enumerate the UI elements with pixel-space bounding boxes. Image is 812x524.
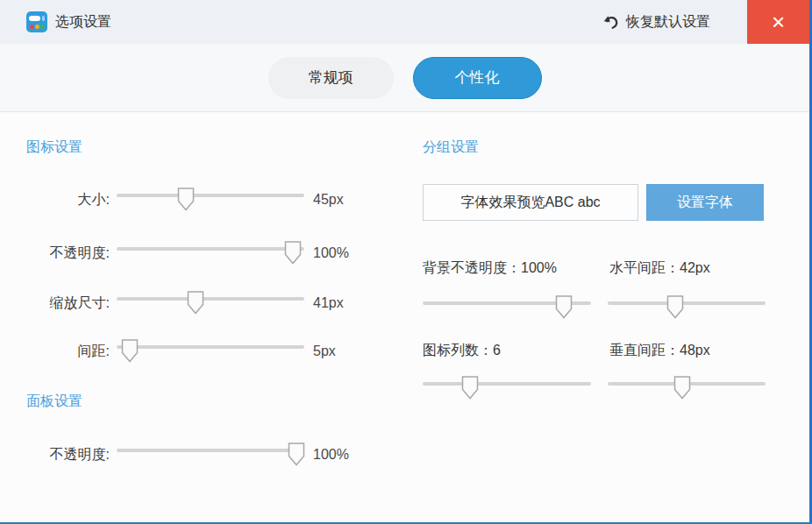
font-preview-label: 字体效果预览ABC abc [460, 194, 600, 212]
slider-thumb[interactable] [187, 291, 204, 315]
icon-scale-label: 缩放尺寸: [18, 294, 110, 313]
icon-opacity-value: 100% [313, 245, 349, 261]
icon-scale-row: 缩放尺寸: 41px [18, 290, 386, 316]
panel-opacity-slider[interactable] [117, 442, 304, 468]
options-dialog: 选项设置 恢复默认设置 × 常规项 个性化 图标设置 大小: [0, 0, 812, 524]
panel-opacity-label: 不透明度: [18, 446, 110, 464]
slider-thumb[interactable] [673, 376, 691, 400]
slider-track [117, 345, 304, 349]
slider-thumb[interactable] [288, 443, 305, 466]
bg-opacity-label: 背景不透明度：100% [423, 259, 557, 278]
tab-general[interactable]: 常规项 [268, 57, 394, 99]
slider-track [117, 194, 304, 197]
icon-columns-label: 图标列数：6 [423, 342, 501, 360]
logo-yellow-dot [35, 25, 39, 29]
icon-opacity-slider[interactable] [117, 240, 304, 266]
app-logo-icon [26, 11, 47, 32]
icon-settings-heading: 图标设置 [26, 138, 82, 157]
icon-scale-slider[interactable] [117, 290, 304, 316]
tab-strip: 常规项 个性化 [0, 44, 809, 112]
icon-gap-slider[interactable] [117, 338, 304, 365]
tab-general-label: 常规项 [309, 67, 353, 88]
set-font-button-label: 设置字体 [677, 194, 733, 212]
panel-opacity-row: 不透明度: 100% [18, 442, 386, 468]
set-font-button[interactable]: 设置字体 [646, 184, 764, 221]
hspacing-slider[interactable] [608, 294, 766, 321]
undo-icon [602, 13, 620, 31]
icon-size-label: 大小: [18, 191, 110, 209]
panel-settings-heading: 面板设置 [26, 393, 82, 411]
icon-columns-slider[interactable] [423, 375, 591, 401]
icon-size-slider[interactable] [117, 187, 304, 213]
vspacing-slider[interactable] [608, 375, 766, 401]
icon-size-value: 45px [313, 192, 344, 208]
icon-opacity-row: 不透明度: 100% [18, 240, 386, 266]
icon-size-row: 大小: 45px [18, 187, 386, 213]
tab-personalization-label: 个性化 [455, 67, 500, 88]
hspacing-label: 水平间距：42px [609, 259, 710, 278]
group-settings-heading: 分组设置 [423, 138, 479, 157]
font-preview-box[interactable]: 字体效果预览ABC abc [423, 184, 638, 221]
slider-track [608, 301, 766, 305]
vspacing-label: 垂直间距：48px [609, 342, 710, 360]
slider-track [423, 382, 591, 386]
slider-track [117, 449, 304, 452]
slider-track [117, 297, 304, 301]
logo-bar2-shape [42, 16, 45, 21]
slider-thumb[interactable] [666, 295, 684, 319]
slider-track [117, 247, 304, 251]
slider-thumb[interactable] [121, 339, 139, 363]
logo-green-dot [40, 25, 45, 29]
window-title: 选项设置 [55, 13, 111, 32]
icon-gap-label: 间距: [18, 343, 110, 361]
main-content: 图标设置 大小: 45px 不透明度: 100% 缩放尺寸: 41px [0, 113, 809, 522]
logo-bar-shape [29, 16, 40, 21]
panel-opacity-value: 100% [313, 447, 349, 463]
close-button[interactable]: × [747, 0, 809, 44]
bg-opacity-slider[interactable] [423, 294, 591, 321]
icon-scale-value: 41px [313, 295, 344, 311]
tab-personalization[interactable]: 个性化 [413, 57, 542, 99]
restore-defaults-label: 恢复默认设置 [626, 13, 710, 32]
slider-thumb[interactable] [555, 295, 573, 319]
slider-thumb[interactable] [461, 376, 479, 400]
logo-red-dot [30, 25, 34, 29]
titlebar: 选项设置 恢复默认设置 × [0, 0, 809, 44]
icon-gap-value: 5px [313, 343, 336, 359]
icon-gap-row: 间距: 5px [18, 338, 386, 365]
icon-opacity-label: 不透明度: [18, 244, 110, 263]
close-icon: × [772, 11, 785, 33]
slider-thumb[interactable] [284, 241, 302, 265]
slider-thumb[interactable] [177, 188, 195, 211]
restore-defaults-button[interactable]: 恢复默认设置 [602, 13, 710, 32]
